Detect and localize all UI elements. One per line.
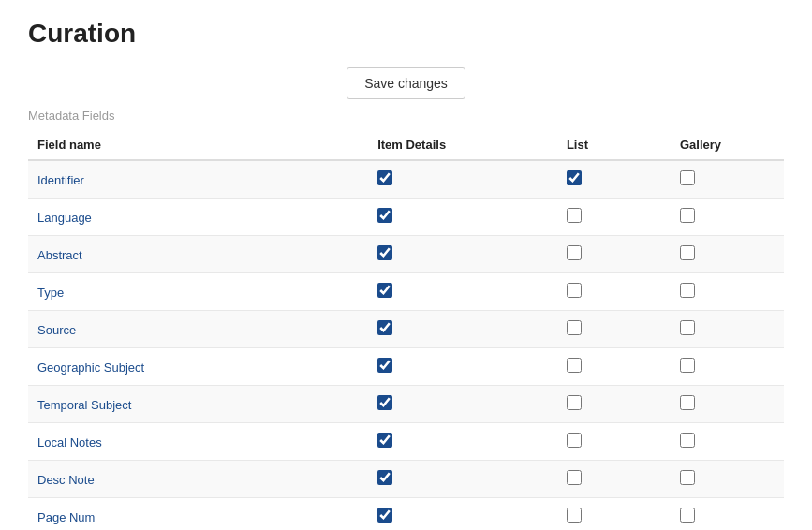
list-cell-page-num [557,498,671,531]
field-name-desc-note: Desc Note [28,461,368,498]
gallery-checkbox-local-notes[interactable] [680,433,695,448]
field-label-temporal-subject: Temporal Subject [37,398,131,412]
field-label-geographic-subject: Geographic Subject [37,361,144,375]
field-name-language: Language [28,199,368,236]
item-details-cell-page-num [368,498,557,531]
page-title: Curation [28,19,784,49]
field-name-local-notes: Local Notes [28,423,368,461]
table-row: Geographic Subject [28,348,784,386]
item-details-checkbox-identifier[interactable] [377,170,392,185]
list-checkbox-source[interactable] [567,320,582,335]
column-header-list: List [557,130,671,160]
gallery-cell-geographic-subject [671,348,784,386]
table-row: Temporal Subject [28,386,784,423]
item-details-cell-temporal-subject [368,386,557,423]
gallery-checkbox-abstract[interactable] [680,245,695,260]
save-changes-button[interactable]: Save changes [347,67,465,99]
gallery-checkbox-language[interactable] [680,208,695,223]
list-checkbox-local-notes[interactable] [567,433,582,448]
field-label-desc-note: Desc Note [37,473,95,487]
gallery-checkbox-page-num[interactable] [680,508,695,523]
field-label-language: Language [37,211,92,225]
list-checkbox-language[interactable] [567,208,582,223]
table-row: Desc Note [28,461,784,498]
table-header-row: Field name Item Details List Gallery [28,130,784,160]
gallery-cell-desc-note [671,461,784,498]
list-checkbox-desc-note[interactable] [567,470,582,485]
gallery-checkbox-type[interactable] [680,283,695,298]
item-details-checkbox-desc-note[interactable] [377,470,392,485]
list-cell-source [557,311,671,348]
item-details-cell-source [368,311,557,348]
field-name-abstract: Abstract [28,236,368,273]
gallery-checkbox-geographic-subject[interactable] [680,358,695,373]
gallery-cell-source [671,311,784,348]
item-details-cell-abstract [368,236,557,273]
item-details-cell-desc-note [368,461,557,498]
item-details-cell-type [368,273,557,311]
list-cell-local-notes [557,423,671,461]
list-cell-type [557,273,671,311]
item-details-checkbox-page-num[interactable] [377,508,392,523]
table-row: Page Num [28,498,784,531]
list-cell-temporal-subject [557,386,671,423]
item-details-cell-identifier [368,160,557,199]
field-name-source: Source [28,311,368,348]
field-label-local-notes: Local Notes [37,435,102,449]
item-details-cell-local-notes [368,423,557,461]
column-header-gallery: Gallery [671,130,784,160]
field-label-identifier: Identifier [37,173,84,187]
gallery-checkbox-desc-note[interactable] [680,470,695,485]
gallery-cell-page-num [671,498,784,531]
field-label-abstract: Abstract [37,248,82,262]
field-name-geographic-subject: Geographic Subject [28,348,368,386]
item-details-checkbox-language[interactable] [377,208,392,223]
item-details-checkbox-type[interactable] [377,283,392,298]
list-cell-geographic-subject [557,348,671,386]
item-details-checkbox-source[interactable] [377,320,392,335]
gallery-cell-identifier [671,160,784,199]
field-name-temporal-subject: Temporal Subject [28,386,368,423]
table-row: Local Notes [28,423,784,461]
gallery-checkbox-temporal-subject[interactable] [680,395,695,410]
table-row: Language [28,199,784,236]
column-header-field-name: Field name [28,130,368,160]
list-cell-language [557,199,671,236]
gallery-cell-local-notes [671,423,784,461]
field-label-source: Source [37,323,76,337]
list-cell-identifier [557,160,671,199]
gallery-checkbox-source[interactable] [680,320,695,335]
table-row: Identifier [28,160,784,199]
item-details-checkbox-local-notes[interactable] [377,433,392,448]
gallery-checkbox-identifier[interactable] [680,170,695,185]
list-checkbox-identifier[interactable] [567,170,582,185]
item-details-checkbox-abstract[interactable] [377,245,392,260]
section-label: Metadata Fields [28,109,784,123]
column-header-item-details: Item Details [368,130,557,160]
field-name-identifier: Identifier [28,160,368,199]
list-cell-abstract [557,236,671,273]
metadata-fields-table: Field name Item Details List Gallery Ide… [28,130,784,530]
table-row: Source [28,311,784,348]
field-label-page-num: Page Num [37,510,95,524]
list-checkbox-type[interactable] [567,283,582,298]
table-row: Abstract [28,236,784,273]
table-row: Type [28,273,784,311]
gallery-cell-abstract [671,236,784,273]
gallery-cell-language [671,199,784,236]
item-details-checkbox-temporal-subject[interactable] [377,395,392,410]
field-label-type: Type [37,286,64,300]
item-details-cell-language [368,199,557,236]
list-cell-desc-note [557,461,671,498]
list-checkbox-page-num[interactable] [567,508,582,523]
list-checkbox-temporal-subject[interactable] [567,395,582,410]
list-checkbox-abstract[interactable] [567,245,582,260]
item-details-checkbox-geographic-subject[interactable] [377,358,392,373]
field-name-page-num: Page Num [28,498,368,531]
item-details-cell-geographic-subject [368,348,557,386]
gallery-cell-type [671,273,784,311]
gallery-cell-temporal-subject [671,386,784,423]
field-name-type: Type [28,273,368,311]
list-checkbox-geographic-subject[interactable] [567,358,582,373]
